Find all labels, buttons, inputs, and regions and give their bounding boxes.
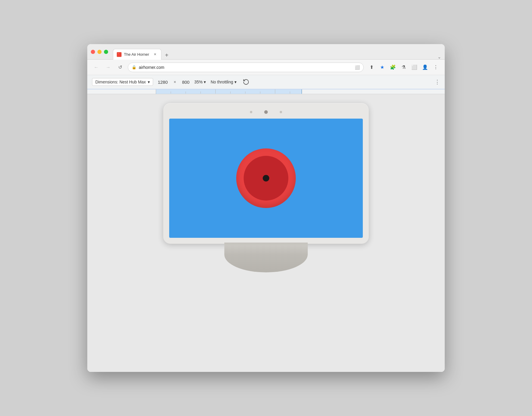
height-value[interactable]: 800 — [182, 80, 189, 85]
more-menu-button[interactable]: ⋮ — [432, 63, 440, 72]
ruler-tick — [156, 89, 156, 94]
throttle-dropdown-icon: ▾ — [234, 80, 237, 84]
tab-close-button[interactable]: ✕ — [153, 52, 158, 57]
ruler-tick — [302, 89, 302, 94]
ruler-tick — [215, 89, 216, 94]
device-speaker-base — [224, 243, 308, 272]
title-bar: 🔴 The Air Horner ✕ + ⌄ — [87, 44, 445, 60]
device-camera — [264, 110, 268, 114]
browser-window: 🔴 The Air Horner ✕ + ⌄ ← → ↺ 🔒 airhorner… — [87, 44, 445, 372]
rotate-button[interactable] — [241, 77, 251, 87]
device-dot-right — [280, 111, 282, 113]
ruler-tick — [260, 91, 260, 94]
lock-icon: 🔒 — [132, 65, 136, 69]
zoom-select[interactable]: 35% ▾ — [194, 80, 206, 84]
forward-button[interactable]: → — [104, 63, 112, 72]
traffic-lights — [91, 50, 108, 54]
minimize-button[interactable] — [97, 50, 102, 54]
split-button[interactable]: ⬜ — [410, 63, 419, 72]
share-button[interactable]: ⬆ — [367, 63, 376, 72]
tab-chevron-icon[interactable]: ⌄ — [438, 55, 441, 59]
air-horner-content[interactable] — [169, 119, 363, 238]
close-button[interactable] — [91, 50, 95, 54]
url-text: airhorner.com — [139, 65, 352, 70]
back-button[interactable]: ← — [92, 63, 100, 72]
dimensions-select[interactable]: Dimensions: Nest Hub Max ▾ — [92, 78, 153, 86]
refresh-button[interactable]: ↺ — [116, 63, 124, 72]
ruler-tick — [275, 89, 275, 94]
extensions-button[interactable]: 🧩 — [389, 63, 397, 72]
throttle-label: No throttling — [211, 80, 233, 84]
open-external-icon: ⬜ — [355, 65, 360, 70]
active-tab[interactable]: 🔴 The Air Horner ✕ — [113, 49, 161, 60]
horn-center-dot[interactable] — [263, 175, 269, 181]
new-tab-button[interactable]: + — [163, 51, 171, 59]
device-top-bar — [169, 109, 363, 115]
device-body — [163, 103, 369, 244]
dimension-separator: × — [174, 80, 176, 84]
tab-bar: 🔴 The Air Horner ✕ + ⌄ — [113, 44, 441, 59]
viewport-area — [87, 94, 445, 372]
devtools-more-button[interactable]: ⋮ — [435, 79, 440, 85]
throttle-select[interactable]: No throttling ▾ — [211, 80, 236, 84]
dimensions-dropdown-icon: ▾ — [148, 80, 150, 84]
ruler-tick — [290, 91, 290, 94]
navigation-bar: ← → ↺ 🔒 airhorner.com ⬜ ⬆ ★ 🧩 ⚗ ⬜ 👤 ⋮ — [87, 60, 445, 75]
device-screen[interactable] — [169, 119, 363, 238]
horn-inner-circle[interactable] — [244, 156, 288, 201]
device-dot-left — [250, 111, 252, 113]
ruler-highlight — [156, 89, 302, 94]
ruler-tick — [171, 91, 171, 94]
nav-actions: ⬆ ★ 🧩 ⚗ ⬜ 👤 ⋮ — [367, 63, 440, 72]
ruler-tick — [245, 91, 245, 94]
zoom-label: 35% — [194, 80, 203, 84]
width-value[interactable]: 1280 — [158, 80, 168, 85]
zoom-dropdown-icon: ▾ — [204, 80, 206, 84]
profile-button[interactable]: 👤 — [421, 63, 429, 72]
horn-outer-circle[interactable] — [236, 148, 296, 208]
address-bar[interactable]: 🔒 airhorner.com ⬜ — [128, 63, 364, 72]
tab-favicon: 🔴 — [117, 52, 122, 57]
devtools-toolbar: Dimensions: Nest Hub Max ▾ 1280 × 800 35… — [87, 75, 445, 89]
flask-button[interactable]: ⚗ — [399, 63, 408, 72]
ruler-tick — [200, 91, 201, 94]
tab-title: The Air Horner — [124, 52, 149, 57]
dimensions-label: Dimensions: Nest Hub Max — [95, 80, 146, 84]
ruler-tick — [230, 91, 231, 94]
bookmark-button[interactable]: ★ — [378, 63, 386, 72]
ruler-tick — [186, 91, 186, 94]
ruler — [87, 89, 445, 94]
maximize-button[interactable] — [104, 50, 108, 54]
device-frame — [163, 103, 369, 272]
